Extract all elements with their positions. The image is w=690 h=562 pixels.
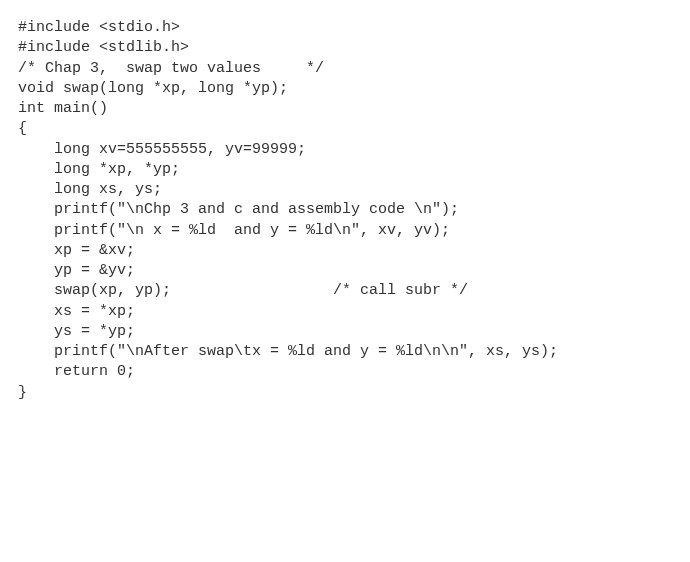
code-line: #include <stdlib.h> xyxy=(18,38,672,58)
code-line: xp = &xv; xyxy=(18,241,672,261)
code-line: } xyxy=(18,383,672,403)
code-line: printf("\nChp 3 and c and assembly code … xyxy=(18,200,672,220)
code-line: { xyxy=(18,119,672,139)
code-line: long *xp, *yp; xyxy=(18,160,672,180)
code-line: int main() xyxy=(18,99,672,119)
code-line: yp = &yv; xyxy=(18,261,672,281)
code-line: return 0; xyxy=(18,362,672,382)
code-line: printf("\nAfter swap\tx = %ld and y = %l… xyxy=(18,342,672,362)
code-line: #include <stdio.h> xyxy=(18,18,672,38)
code-block: #include <stdio.h>#include <stdlib.h>/* … xyxy=(18,18,672,403)
code-line: ys = *yp; xyxy=(18,322,672,342)
code-line: /* Chap 3, swap two values */ xyxy=(18,59,672,79)
code-line: xs = *xp; xyxy=(18,302,672,322)
code-line: long xv=555555555, yv=99999; xyxy=(18,140,672,160)
code-line: swap(xp, yp); /* call subr */ xyxy=(18,281,672,301)
code-line: long xs, ys; xyxy=(18,180,672,200)
code-line: printf("\n x = %ld and y = %ld\n", xv, y… xyxy=(18,221,672,241)
code-line: void swap(long *xp, long *yp); xyxy=(18,79,672,99)
